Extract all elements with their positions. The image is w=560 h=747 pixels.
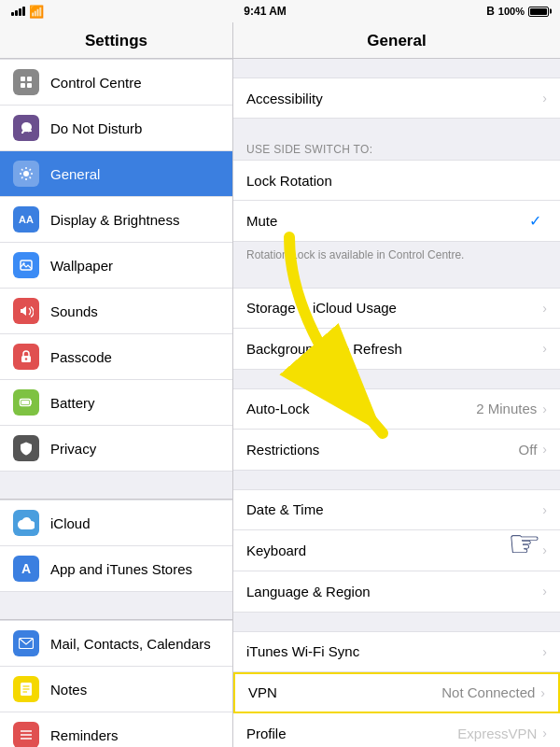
sidebar-title: Settings [0,22,232,59]
detail-section-regional: Date & Time › Keyboard › Language & Regi… [233,489,560,613]
chevron-icon-keyboard: › [542,543,547,557]
mute-label: Mute [246,213,529,229]
svg-rect-10 [21,401,29,404]
detail-row-language[interactable]: Language & Region › [233,571,560,613]
wallpaper-icon [13,252,39,278]
status-time: 9:41 AM [244,5,287,18]
sidebar-section-cloud: iCloud A App and iTunes Stores [0,500,232,592]
svg-point-4 [23,171,29,176]
detail-row-lock-rotation[interactable]: Lock Rotation [233,160,560,201]
vpn-label: VPN [248,684,441,700]
sidebar-item-wallpaper-label: Wallpaper [50,258,113,274]
sidebar-item-reminders-label: Reminders [50,727,119,743]
restrictions-value: Off [519,442,538,458]
profile-label: Profile [246,726,457,741]
sidebar-item-control-centre[interactable]: Control Centre [0,59,232,106]
sidebar-item-icloud-label: iCloud [50,515,91,531]
detail-panel: General Accessibility › USE SIDE SWITCH … [233,22,560,747]
sidebar-item-privacy-label: Privacy [50,441,96,457]
sidebar-item-control-centre-label: Control Centre [50,75,142,91]
sidebar-item-sounds-label: Sounds [50,303,98,319]
sidebar-item-appstore[interactable]: A App and iTunes Stores [0,546,232,592]
battery-sidebar-icon [13,389,39,416]
chevron-icon-profile: › [542,726,547,740]
detail-row-background[interactable]: Background App Refresh › [233,329,560,370]
notes-icon [13,676,39,702]
battery-percent: 100% [498,6,525,17]
autolock-value: 2 Minutes [476,401,537,416]
sidebar-item-passcode-label: Passcode [50,349,112,365]
language-label: Language & Region [246,584,542,599]
main-content: Settings Control Centre Do Not Disturb [0,22,560,747]
sidebar-item-wallpaper[interactable]: Wallpaper [0,243,232,289]
sidebar-item-do-not-disturb[interactable]: Do Not Disturb [0,106,232,151]
svg-rect-0 [21,77,25,81]
appstore-icon: A [13,556,39,582]
lock-rotation-label: Lock Rotation [246,173,547,189]
use-side-switch-label: USE SIDE SWITCH TO: [233,137,560,160]
background-label: Background App Refresh [246,341,542,357]
itunes-wifi-label: iTunes Wi‑Fi Sync [246,643,542,659]
detail-row-date-time[interactable]: Date & Time › [233,489,560,530]
control-centre-icon [13,69,39,95]
detail-section-network: iTunes Wi‑Fi Sync › VPN Not Connected › … [233,631,560,747]
sidebar-item-mail[interactable]: Mail, Contacts, Calendars [0,620,232,667]
detail-row-autolock[interactable]: Auto-Lock 2 Minutes › [233,388,560,430]
svg-point-8 [25,358,27,359]
display-icon: AA [13,206,39,233]
detail-row-vpn[interactable]: VPN Not Connected › [233,672,560,713]
wifi-icon: 📶 [29,5,44,19]
detail-row-keyboard[interactable]: Keyboard › [233,530,560,571]
chevron-icon-language: › [542,584,547,599]
sidebar-item-do-not-disturb-label: Do Not Disturb [50,120,142,136]
restrictions-label: Restrictions [246,442,519,458]
sidebar-item-display[interactable]: AA Display & Brightness [0,197,232,243]
detail-section-side-switch: USE SIDE SWITCH TO: Lock Rotation Mute ✓… [233,137,560,269]
passcode-icon [13,344,39,370]
sidebar-item-display-label: Display & Brightness [50,212,179,228]
sidebar-item-battery[interactable]: Battery [0,380,232,426]
sidebar-item-sounds[interactable]: Sounds [0,289,232,334]
sidebar-item-passcode[interactable]: Passcode [0,334,232,380]
chevron-icon-autolock: › [542,402,547,416]
sidebar-item-notes[interactable]: Notes [0,667,232,712]
detail-row-itunes-wifi[interactable]: iTunes Wi‑Fi Sync › [233,631,560,672]
keyboard-label: Keyboard [246,543,542,558]
sidebar-item-appstore-label: App and iTunes Stores [50,561,192,577]
privacy-icon [13,435,39,461]
sidebar-item-privacy[interactable]: Privacy [0,426,232,472]
bluetooth-icon: B [486,5,495,18]
chevron-icon-restrictions: › [542,442,547,457]
detail-row-storage[interactable]: Storage & iCloud Usage › [233,288,560,329]
svg-rect-2 [21,83,25,88]
detail-section-storage: Storage & iCloud Usage › Background App … [233,288,560,370]
detail-row-restrictions[interactable]: Restrictions Off › [233,430,560,471]
chevron-icon-vpn: › [540,685,545,700]
mute-check-icon: ✓ [529,212,541,230]
sidebar-item-general[interactable]: General [0,151,232,197]
autolock-label: Auto-Lock [246,401,476,416]
sidebar-item-icloud[interactable]: iCloud [0,500,232,546]
sidebar-item-reminders[interactable]: Reminders [0,712,232,747]
sidebar-item-battery-label: Battery [50,395,95,411]
do-not-disturb-icon [13,115,39,141]
sidebar-section-top: Control Centre Do Not Disturb General AA… [0,59,232,472]
detail-row-mute[interactable]: Mute ✓ [233,201,560,242]
detail-section-accessibility: Accessibility › [233,78,560,119]
sidebar-separator-2 [0,592,232,620]
battery-icon [528,7,549,17]
detail-row-profile[interactable]: Profile ExpressVPN › [233,713,560,747]
sounds-icon [13,298,39,324]
chevron-icon-itunes: › [542,644,547,659]
detail-section-autolock: Auto-Lock 2 Minutes › Restrictions Off › [233,388,560,471]
detail-row-accessibility[interactable]: Accessibility › [233,78,560,119]
sidebar-item-general-label: General [50,166,100,182]
svg-rect-3 [27,83,32,88]
mail-icon [13,630,39,656]
chevron-icon-background: › [542,341,547,356]
accessibility-label: Accessibility [246,91,542,106]
detail-title: General [233,22,560,59]
rotation-note: Rotation Lock is available in Control Ce… [233,242,560,269]
reminders-icon [13,722,39,747]
storage-label: Storage & iCloud Usage [246,300,542,316]
